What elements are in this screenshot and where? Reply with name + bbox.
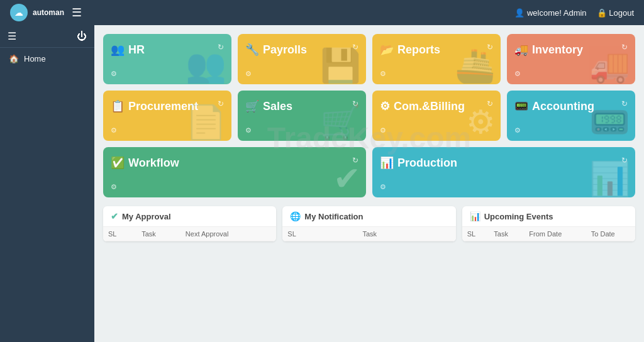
sales-bg-icon: 🛒 — [320, 106, 361, 138]
home-label: Home — [24, 54, 46, 63]
reports-icon: 📂 — [380, 43, 394, 57]
events-header-icon: 📊 — [470, 211, 480, 221]
approval-table: SL Task Next Approval — [103, 227, 276, 241]
panel-upcoming-events: 📊 Upcoming Events SL Task From Date To D… — [462, 206, 635, 241]
workflow-settings[interactable]: ⚙ — [111, 183, 358, 191]
accounting-bg-icon: 📟 — [589, 106, 630, 138]
combilling-icon: ⚙ — [380, 99, 390, 113]
hamburger-icon[interactable]: ☰ — [72, 6, 82, 19]
hr-icon: 👥 — [111, 43, 125, 57]
module-procurement[interactable]: 📋 Procurement ↻ ⚙ 📄 — [103, 91, 231, 141]
sidebar-item-home[interactable]: 🏠 Home — [0, 48, 94, 70]
module-accounting[interactable]: 📟 Accounting ↻ ⚙ 📟 — [507, 91, 635, 141]
workflow-icon: ✅ — [111, 156, 125, 170]
events-title: Upcoming Events — [484, 212, 553, 221]
module-hr[interactable]: 👥 HR ↻ ⚙ 👥 — [103, 34, 231, 84]
reports-bg-icon: 🚢 — [455, 49, 496, 82]
sidebar-hamburger-icon[interactable]: ☰ — [8, 30, 16, 42]
inventory-bg-icon: 🚚 — [589, 49, 630, 82]
card-title: 📟 Accounting — [514, 99, 594, 113]
payrolls-icon: 🔧 — [245, 43, 259, 57]
sidebar-power-icon[interactable]: ⏻ — [77, 31, 87, 42]
approval-header-icon: ✔ — [111, 211, 118, 221]
notification-header-icon: 🌐 — [290, 211, 301, 221]
bottom-panels: ✔ My Approval SL Task Next Approval — [103, 206, 635, 241]
col-task: Task — [489, 227, 524, 241]
module-grid: 👥 HR ↻ ⚙ 👥 🔧 Payrolls — [103, 34, 635, 197]
panel-header-events: 📊 Upcoming Events — [462, 206, 635, 227]
accounting-icon: 📟 — [514, 99, 528, 113]
main-layout: ☰ ⏻ 🏠 Home 👥 HR ↻ — [0, 25, 644, 342]
module-payrolls[interactable]: 🔧 Payrolls ↻ ⚙ 💾 — [238, 34, 366, 84]
sidebar: ☰ ⏻ 🏠 Home — [0, 25, 94, 342]
card-title: 📊 Production — [380, 156, 457, 170]
combilling-bg-icon: ⚙ — [466, 106, 496, 138]
notification-title: My Notification — [304, 212, 363, 221]
notification-table: SL Task — [282, 227, 455, 241]
card-title: ⚙ Com.&Billing — [380, 99, 465, 113]
workflow-bg-icon: ✔ — [333, 162, 361, 195]
col-task: Task — [136, 227, 180, 241]
module-inventory[interactable]: 🚚 Inventory ↻ ⚙ 🚚 — [507, 34, 635, 84]
card-title: 🔧 Payrolls — [245, 43, 307, 57]
content-area: 👥 HR ↻ ⚙ 👥 🔧 Payrolls — [94, 25, 644, 342]
logout-button[interactable]: 🔒 Logout — [597, 8, 634, 18]
card-top: ✅ Workflow ↻ — [111, 156, 358, 170]
card-title: 🛒 Sales — [245, 99, 292, 113]
panel-my-approval: ✔ My Approval SL Task Next Approval — [103, 206, 276, 241]
table-header-row: SL Task From Date To Date — [462, 227, 635, 241]
col-next-approval: Next Approval — [180, 227, 276, 241]
module-production[interactable]: 📊 Production ↻ ⚙ 📊 — [372, 147, 635, 197]
card-title: 📂 Reports — [380, 43, 440, 57]
panel-my-notification: 🌐 My Notification SL Task — [282, 206, 455, 241]
table-header-row: SL Task — [282, 227, 455, 241]
panel-header-notification: 🌐 My Notification — [282, 206, 455, 227]
sales-icon: 🛒 — [245, 99, 259, 113]
module-combilling[interactable]: ⚙ Com.&Billing ↻ ⚙ ⚙ — [372, 91, 501, 141]
home-icon: 🏠 — [9, 54, 19, 63]
col-from-date: From Date — [524, 227, 586, 241]
welcome-text: 👤 welcome! Admin — [514, 8, 586, 18]
user-icon: 👤 — [514, 8, 525, 18]
col-sl: SL — [103, 227, 136, 241]
events-table: SL Task From Date To Date — [462, 227, 635, 241]
brand-logo: ☁ — [10, 4, 28, 21]
module-workflow[interactable]: ✅ Workflow ↻ ⚙ ✔ — [103, 147, 366, 197]
table-header-row: SL Task Next Approval — [103, 227, 276, 241]
card-title: 🚚 Inventory — [514, 43, 583, 57]
approval-table-head: SL Task Next Approval — [103, 227, 276, 241]
hr-bg-icon: 👥 — [186, 49, 226, 82]
brand: ☁ automan — [10, 4, 64, 21]
top-nav-left: ☁ automan ☰ — [10, 4, 82, 21]
content-wrapper: 👥 HR ↻ ⚙ 👥 🔧 Payrolls — [103, 34, 635, 241]
panel-header-approval: ✔ My Approval — [103, 206, 276, 227]
col-task: Task — [357, 227, 455, 241]
top-navbar: ☁ automan ☰ 👤 welcome! Admin 🔒 Logout — [0, 0, 644, 25]
module-sales[interactable]: 🛒 Sales ↻ ⚙ 🛒 — [238, 91, 366, 141]
procurement-icon: 📋 — [111, 99, 125, 113]
card-title: 👥 HR — [111, 43, 145, 57]
brand-name: automan — [33, 8, 64, 17]
top-nav-right: 👤 welcome! Admin 🔒 Logout — [514, 8, 634, 18]
col-sl: SL — [282, 227, 357, 241]
inventory-icon: 🚚 — [514, 43, 528, 57]
notification-table-head: SL Task — [282, 227, 455, 241]
payrolls-bg-icon: 💾 — [320, 49, 361, 82]
col-sl: SL — [462, 227, 489, 241]
production-bg-icon: 📊 — [589, 162, 630, 195]
procurement-bg-icon: 📄 — [186, 106, 226, 138]
approval-title: My Approval — [122, 212, 171, 221]
production-icon: 📊 — [380, 156, 394, 170]
card-title: ✅ Workflow — [111, 156, 179, 170]
module-reports[interactable]: 📂 Reports ↻ ⚙ 🚢 — [372, 34, 501, 84]
lock-icon: 🔒 — [597, 8, 607, 18]
col-to-date: To Date — [586, 227, 635, 241]
sidebar-header: ☰ ⏻ — [0, 25, 94, 48]
events-table-head: SL Task From Date To Date — [462, 227, 635, 241]
